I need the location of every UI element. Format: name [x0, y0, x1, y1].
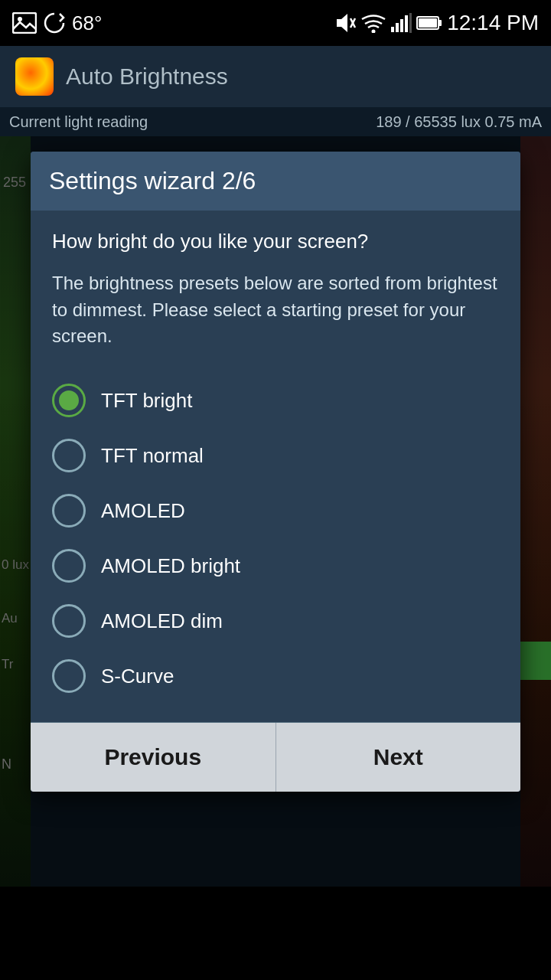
- radio-inner-tft-bright: [59, 390, 79, 410]
- dialog-buttons: Previous Next: [31, 722, 520, 792]
- radio-label-amoled-dim: AMOLED dim: [101, 609, 223, 633]
- dialog-description: The brightness presets below are sorted …: [52, 270, 499, 350]
- svg-marker-2: [337, 14, 347, 32]
- radio-circle-tft-normal: [52, 439, 86, 472]
- info-value: 189 / 65535 lux 0.75 mA: [376, 113, 542, 131]
- radio-circle-amoled-bright: [52, 549, 86, 583]
- app-icon: [15, 57, 54, 96]
- radio-label-amoled: AMOLED: [101, 499, 185, 523]
- radio-label-s-curve: S-Curve: [101, 665, 174, 688]
- signal-icon: [390, 13, 412, 33]
- settings-wizard-dialog: Settings wizard 2/6 How bright do you li…: [31, 152, 520, 792]
- radio-circle-amoled: [52, 494, 86, 528]
- radio-circle-amoled-dim: [52, 604, 86, 638]
- svg-rect-12: [419, 18, 437, 28]
- status-bar: 68° 12:14 PM: [0, 0, 551, 46]
- svg-rect-10: [409, 13, 412, 33]
- radio-group: TFT bright TFT normal AMOLED AMOLED brig…: [52, 373, 499, 704]
- battery-icon: [416, 15, 442, 31]
- svg-rect-6: [391, 27, 394, 32]
- next-button[interactable]: Next: [276, 723, 521, 792]
- image-icon: [12, 12, 37, 34]
- radio-option-amoled-dim[interactable]: AMOLED dim: [52, 593, 499, 648]
- svg-rect-13: [439, 20, 442, 26]
- svg-point-1: [18, 17, 22, 21]
- wifi-icon: [361, 13, 386, 33]
- svg-rect-7: [396, 23, 399, 32]
- dialog-question: How bright do you like your screen?: [52, 229, 499, 255]
- svg-rect-0: [13, 13, 36, 33]
- radio-option-amoled-bright[interactable]: AMOLED bright: [52, 538, 499, 593]
- status-left: 68°: [12, 11, 102, 35]
- info-bar: Current light reading 189 / 65535 lux 0.…: [0, 107, 551, 136]
- mute-icon: [332, 12, 357, 34]
- radio-label-amoled-bright: AMOLED bright: [101, 554, 240, 578]
- dialog-body: How bright do you like your screen? The …: [31, 211, 520, 722]
- time-label: 12:14 PM: [447, 11, 539, 35]
- temperature-label: 68°: [72, 11, 102, 35]
- dialog-title: Settings wizard 2/6: [49, 167, 256, 194]
- status-right: 12:14 PM: [332, 11, 539, 35]
- radio-circle-tft-bright: [52, 384, 86, 417]
- radio-label-tft-bright: TFT bright: [101, 389, 192, 413]
- app-bar: Auto Brightness: [0, 46, 551, 107]
- info-label: Current light reading: [9, 113, 148, 131]
- refresh-icon: [43, 11, 66, 34]
- svg-rect-9: [405, 15, 408, 32]
- radio-circle-s-curve: [52, 659, 86, 693]
- chart-background: 255 0 lux Au Tr N Settings wizard 2/6 Ho…: [0, 136, 551, 887]
- radio-option-tft-bright[interactable]: TFT bright: [52, 373, 499, 428]
- app-title: Auto Brightness: [66, 64, 228, 90]
- radio-option-tft-normal[interactable]: TFT normal: [52, 428, 499, 483]
- radio-option-amoled[interactable]: AMOLED: [52, 483, 499, 538]
- dialog-overlay: Settings wizard 2/6 How bright do you li…: [0, 136, 551, 887]
- previous-button[interactable]: Previous: [31, 723, 276, 792]
- radio-label-tft-normal: TFT normal: [101, 444, 204, 468]
- dialog-title-bar: Settings wizard 2/6: [31, 152, 520, 211]
- svg-point-5: [372, 30, 376, 34]
- svg-rect-8: [400, 19, 403, 32]
- radio-option-s-curve[interactable]: S-Curve: [52, 648, 499, 704]
